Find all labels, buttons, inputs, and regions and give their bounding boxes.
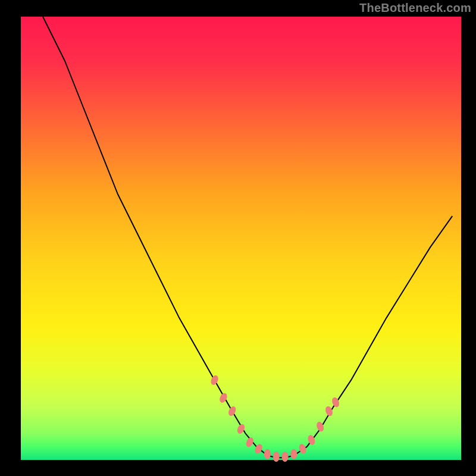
highlight-marker (264, 449, 271, 459)
chart-frame: TheBottleneck.com (0, 0, 476, 476)
chart-svg (0, 0, 476, 476)
highlight-marker (290, 449, 297, 459)
highlight-marker (324, 405, 334, 417)
highlight-marker (209, 374, 220, 386)
highlight-marker (298, 443, 308, 455)
highlight-marker (273, 452, 280, 462)
highlight-marker (282, 452, 289, 462)
bottleneck-curve (43, 17, 452, 458)
highlight-marker (227, 405, 237, 417)
